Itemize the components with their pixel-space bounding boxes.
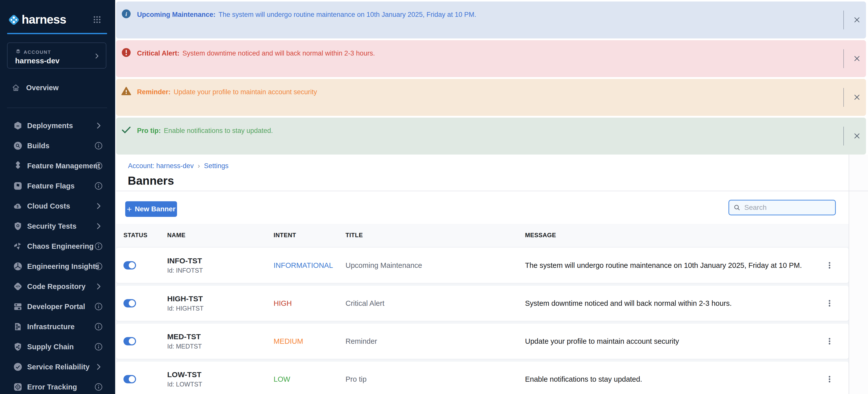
toggle-knob xyxy=(129,300,135,306)
security-tests-icon xyxy=(13,221,23,231)
banner-text: Reminder:Update your profile to maintain… xyxy=(137,88,317,97)
banner-close-divider xyxy=(843,49,844,68)
sidebar-item[interactable]: Chaos Engineering xyxy=(0,236,115,256)
banner-close-divider xyxy=(843,88,844,107)
banner-label: Upcoming Maintenance: xyxy=(137,11,216,18)
kebab-icon xyxy=(825,375,834,384)
row-menu-button[interactable] xyxy=(825,296,835,310)
title-cell: Critical Alert xyxy=(345,299,384,307)
info-outline-icon xyxy=(94,242,103,251)
sidebar-item[interactable]: Service Reliability xyxy=(0,357,115,377)
sidebar-item[interactable]: Builds xyxy=(0,136,115,156)
sidebar-item[interactable]: Developer Portal xyxy=(0,296,115,317)
status-toggle[interactable] xyxy=(123,337,136,346)
banner-name: LOW-TST xyxy=(167,370,202,379)
sidebar-item[interactable]: ∞ Deployments xyxy=(0,116,115,136)
sidebar-item[interactable]: Supply Chain xyxy=(0,337,115,357)
sidebar-item[interactable]: Error Tracking xyxy=(0,377,115,394)
sidebar-item-label: Developer Portal xyxy=(27,302,85,311)
banners-table: INFO-TST Id: INFOTST INFORMATIONAL Upcom… xyxy=(116,247,849,394)
message-cell: The system will undergo routine maintena… xyxy=(525,261,802,270)
sidebar-item-label: Code Repository xyxy=(27,283,86,291)
banner-message: Enable notifications to stay updated. xyxy=(164,127,273,134)
kebab-icon xyxy=(825,337,834,346)
sidebar-item-label: Feature Management xyxy=(27,162,100,170)
breadcrumb: Account: harness-dev › Settings xyxy=(128,162,228,170)
status-toggle[interactable] xyxy=(123,261,136,270)
sidebar-item[interactable]: Feature Flags xyxy=(0,176,115,196)
toggle-knob xyxy=(129,338,135,344)
info-outline-icon xyxy=(94,182,103,190)
sidebar-item[interactable]: Feature Management xyxy=(0,156,115,176)
feature-management-icon xyxy=(13,161,23,171)
feature-flags-icon xyxy=(13,181,23,191)
banner-name: INFO-TST xyxy=(167,257,203,265)
close-icon xyxy=(853,132,861,140)
harness-logo-icon xyxy=(8,14,20,26)
sidebar-item[interactable]: Infrastructure xyxy=(0,317,115,337)
notification-banner: i Upcoming Maintenance:The system will u… xyxy=(116,1,866,38)
info-outline-icon xyxy=(94,322,103,331)
app-grid-icon[interactable] xyxy=(93,15,101,24)
sidebar-item[interactable]: Engineering Insights xyxy=(0,256,115,276)
banner-message: System downtime noticed and will back no… xyxy=(183,50,375,57)
sidebar-item[interactable]: Security Tests xyxy=(0,216,115,236)
status-toggle[interactable] xyxy=(123,299,136,307)
info-outline-icon xyxy=(94,162,103,170)
sidebar-item-label: Infrastructure xyxy=(27,323,75,331)
banner-id: Id: INFOTST xyxy=(167,267,203,274)
sidebar-item-overview[interactable]: Overview xyxy=(0,80,115,96)
logo-text: harness xyxy=(22,12,66,26)
header-divider xyxy=(116,191,868,191)
sidebar-item[interactable]: $ Cloud Costs xyxy=(0,196,115,216)
home-icon xyxy=(11,84,20,92)
search-input[interactable] xyxy=(744,203,831,211)
logo-underline xyxy=(7,33,107,34)
row-menu-button[interactable] xyxy=(825,334,835,349)
banner-close-button[interactable] xyxy=(850,13,864,27)
column-header-message: MESSAGE xyxy=(525,232,556,239)
svg-text:</>: </> xyxy=(16,285,20,288)
deployments-icon: ∞ xyxy=(13,121,23,130)
status-toggle[interactable] xyxy=(123,375,136,384)
message-cell: Update your profile to maintain account … xyxy=(525,337,679,346)
code-repository-icon: </> xyxy=(13,282,23,291)
svg-text:∞: ∞ xyxy=(17,124,19,128)
banner-close-button[interactable] xyxy=(850,90,864,104)
account-label: ACCOUNT xyxy=(24,50,51,55)
title-cell: Pro tip xyxy=(345,375,367,384)
chevron-right-icon xyxy=(94,282,103,291)
sidebar-item[interactable]: </> Code Repository xyxy=(0,276,115,296)
builds-icon xyxy=(13,141,23,151)
supply-chain-icon xyxy=(13,342,23,352)
sidebar-item-label: Builds xyxy=(27,142,50,150)
table-row: MED-TST Id: MEDTST MEDIUM Reminder Updat… xyxy=(116,324,849,359)
layers-icon xyxy=(15,48,21,55)
sidebar-item-label: Engineering Insights xyxy=(27,262,99,271)
banner-close-button[interactable] xyxy=(850,52,864,66)
sidebar-item-label: Cloud Costs xyxy=(27,202,70,210)
banner-label: Critical Alert: xyxy=(137,50,180,57)
info-outline-icon xyxy=(94,302,103,311)
chevron-right-icon xyxy=(94,121,103,130)
row-menu-button[interactable] xyxy=(825,372,835,387)
banner-id: Id: LOWTST xyxy=(167,381,202,388)
info-outline-icon xyxy=(94,342,103,351)
breadcrumb-account-link[interactable]: Account: harness-dev xyxy=(128,162,194,170)
kebab-icon xyxy=(825,299,834,308)
intent-cell: HIGH xyxy=(274,299,292,307)
sidebar-item-label: Error Tracking xyxy=(27,383,77,391)
new-banner-button[interactable]: + New Banner xyxy=(125,201,177,217)
breadcrumb-settings-link[interactable]: Settings xyxy=(204,162,228,170)
chevron-right-icon xyxy=(93,53,100,60)
name-cell: LOW-TST Id: LOWTST xyxy=(167,370,202,388)
close-icon xyxy=(853,93,861,101)
table-row: LOW-TST Id: LOWTST LOW Pro tip Enable no… xyxy=(116,362,849,394)
intent-cell: LOW xyxy=(274,375,290,384)
breadcrumb-separator: › xyxy=(198,162,200,170)
banner-close-button[interactable] xyxy=(850,129,864,143)
row-menu-button[interactable] xyxy=(825,258,835,273)
cloud-costs-icon: $ xyxy=(13,201,23,211)
info-outline-icon xyxy=(94,262,103,271)
account-selector[interactable]: ACCOUNT harness-dev xyxy=(7,42,106,69)
